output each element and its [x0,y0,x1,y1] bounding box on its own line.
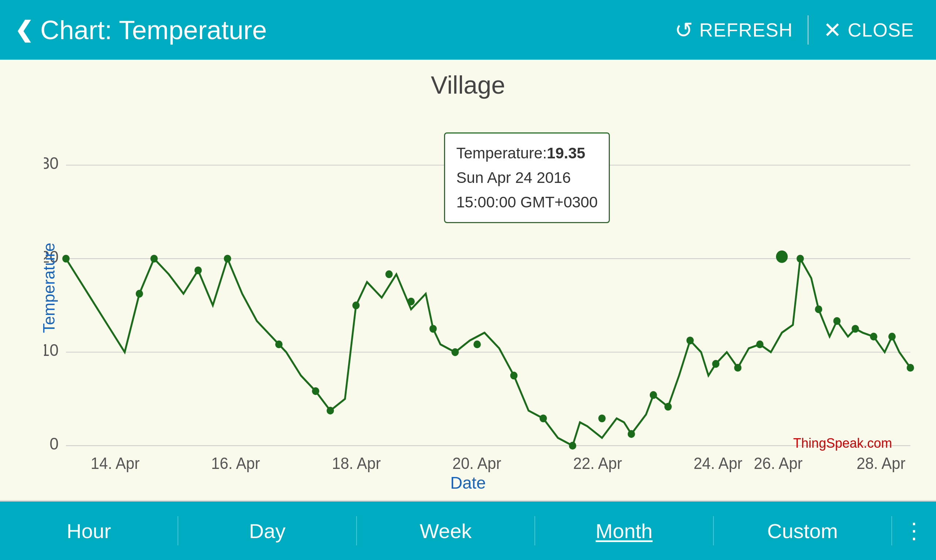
data-point [569,442,576,449]
data-point [510,372,518,379]
data-point [851,325,859,332]
svg-text:24. Apr: 24. Apr [694,454,742,472]
data-point [540,414,547,422]
data-point [907,364,914,372]
data-point [833,317,840,325]
header-title: Chart: Temperature [40,15,267,45]
svg-text:16. Apr: 16. Apr [211,454,260,472]
data-point [150,255,158,262]
svg-text:10: 10 [44,340,59,360]
data-point [686,337,694,344]
nav-item-week[interactable]: Week [357,502,534,560]
refresh-icon: ↺ [675,17,693,43]
svg-text:0: 0 [50,434,59,454]
header-left: ❮ Chart: Temperature [15,15,667,45]
data-point [407,298,415,305]
data-point [386,270,393,278]
nav-item-hour[interactable]: Hour [0,502,177,560]
data-point [650,391,657,399]
data-point [756,340,763,348]
close-icon: ✕ [823,17,842,43]
tooltip-label: Temperature: [456,145,546,162]
x-axis-label: Date [0,473,936,493]
header-divider [808,15,809,45]
nav-item-custom[interactable]: Custom [714,502,891,560]
data-point [352,302,359,309]
tooltip-value: 19.35 [547,145,585,162]
nav-month-label: Month [595,519,653,543]
refresh-button[interactable]: ↺ REFRESH [667,14,800,46]
nav-item-month[interactable]: Month [535,502,713,560]
data-point [312,387,319,395]
svg-text:30: 30 [44,154,59,173]
svg-text:20. Apr: 20. Apr [452,454,501,472]
watermark: ThingSpeak.com [793,435,892,451]
refresh-label: REFRESH [699,19,793,41]
data-point [275,340,282,348]
svg-text:22. Apr: 22. Apr [573,454,622,472]
data-point [665,403,672,411]
close-button[interactable]: ✕ CLOSE [816,14,921,46]
header-right: ↺ REFRESH ✕ CLOSE [667,14,921,46]
bottom-nav: Hour Day Week Month Custom ⋮ [0,502,936,560]
chart-container: Temperature Temperature:19.35 Sun Apr 24… [44,103,914,473]
data-point [224,255,231,262]
data-point [815,305,822,313]
tooltip: Temperature:19.35 Sun Apr 24 2016 15:00:… [444,132,609,223]
svg-text:28. Apr: 28. Apr [857,454,905,472]
tooltip-date1: Sun Apr 24 2016 [456,165,597,190]
data-point [870,333,877,340]
close-label: CLOSE [848,19,914,41]
data-point [598,414,606,422]
y-axis-label: Temperature [40,243,58,333]
data-point [712,360,719,368]
data-point [628,430,635,438]
nav-custom-label: Custom [767,519,838,543]
more-icon: ⋮ [903,518,925,543]
data-point [888,333,896,340]
nav-more-button[interactable]: ⋮ [892,518,936,543]
svg-text:14. Apr: 14. Apr [91,454,139,472]
chart-title: Village [0,71,936,99]
nav-item-day[interactable]: Day [178,502,356,560]
svg-text:18. Apr: 18. Apr [332,454,381,472]
data-point [194,266,202,274]
header: ❮ Chart: Temperature ↺ REFRESH ✕ CLOSE [0,0,936,60]
back-icon[interactable]: ❮ [15,19,33,41]
nav-hour-label: Hour [66,519,111,543]
tooltip-line1: Temperature:19.35 [456,141,597,165]
data-point [429,325,437,332]
svg-text:26. Apr: 26. Apr [754,454,802,472]
nav-day-label: Day [249,519,285,543]
nav-week-label: Week [419,519,472,543]
data-point [473,340,481,348]
chart-area: Village Temperature Temperature:19.35 Su… [0,60,936,500]
data-point [136,290,143,297]
data-point [797,255,804,262]
data-point [62,255,69,262]
data-point [451,348,459,356]
data-point [734,364,742,372]
tooltip-date2: 15:00:00 GMT+0300 [456,190,597,214]
data-point [327,407,334,414]
tooltip-data-point [776,251,788,263]
